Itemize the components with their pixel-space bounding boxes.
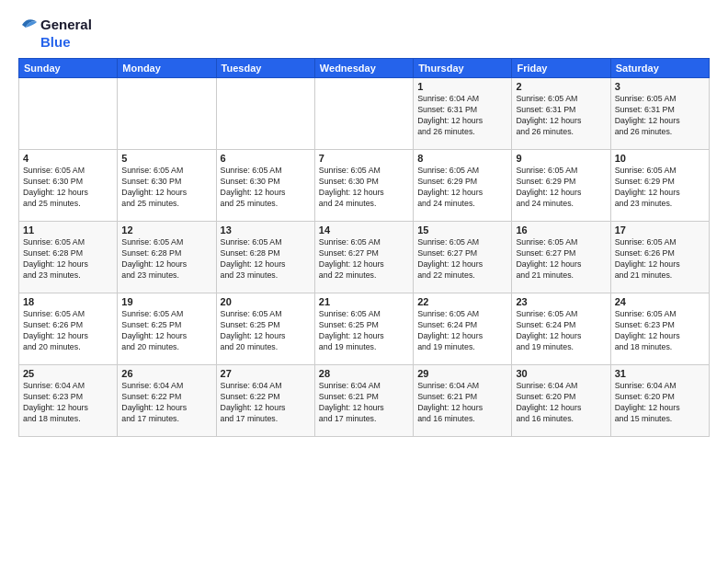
day-info: Sunrise: 6:05 AM Sunset: 6:28 PM Dayligh… bbox=[23, 236, 113, 282]
day-number: 9 bbox=[516, 153, 606, 164]
day-number: 23 bbox=[516, 296, 606, 307]
weekday-header: Monday bbox=[118, 58, 216, 77]
day-number: 14 bbox=[319, 224, 409, 236]
weekday-header: Wednesday bbox=[314, 58, 413, 77]
day-info: Sunrise: 6:05 AM Sunset: 6:27 PM Dayligh… bbox=[319, 236, 409, 282]
day-info: Sunrise: 6:05 AM Sunset: 6:23 PM Dayligh… bbox=[615, 308, 705, 353]
calendar-cell: 9Sunrise: 6:05 AM Sunset: 6:29 PM Daylig… bbox=[512, 149, 610, 221]
day-number: 30 bbox=[516, 368, 606, 379]
day-info: Sunrise: 6:04 AM Sunset: 6:21 PM Dayligh… bbox=[417, 380, 507, 425]
page: General Blue SundayMondayTuesdayWednesda… bbox=[0, 0, 728, 563]
weekday-header: Thursday bbox=[414, 58, 512, 77]
day-number: 31 bbox=[615, 368, 705, 379]
day-info: Sunrise: 6:04 AM Sunset: 6:22 PM Dayligh… bbox=[221, 380, 311, 425]
weekday-header: Saturday bbox=[610, 58, 709, 77]
day-info: Sunrise: 6:05 AM Sunset: 6:29 PM Dayligh… bbox=[516, 165, 606, 210]
day-info: Sunrise: 6:05 AM Sunset: 6:28 PM Dayligh… bbox=[221, 236, 311, 282]
day-number: 8 bbox=[417, 153, 507, 164]
day-number: 2 bbox=[516, 81, 606, 92]
logo: General Blue bbox=[18, 15, 92, 51]
day-number: 6 bbox=[221, 153, 311, 164]
calendar-cell: 15Sunrise: 6:05 AM Sunset: 6:27 PM Dayli… bbox=[414, 221, 512, 293]
day-number: 29 bbox=[417, 368, 507, 379]
day-info: Sunrise: 6:04 AM Sunset: 6:23 PM Dayligh… bbox=[23, 380, 113, 425]
calendar-week-row: 18Sunrise: 6:05 AM Sunset: 6:26 PM Dayli… bbox=[19, 293, 710, 364]
day-number: 10 bbox=[615, 153, 705, 164]
calendar-cell bbox=[118, 77, 216, 149]
logo-container: General Blue bbox=[18, 15, 92, 51]
day-number: 13 bbox=[221, 224, 311, 236]
calendar-cell: 29Sunrise: 6:04 AM Sunset: 6:21 PM Dayli… bbox=[414, 364, 512, 436]
logo-general: General bbox=[40, 17, 92, 33]
calendar-cell: 21Sunrise: 6:05 AM Sunset: 6:25 PM Dayli… bbox=[314, 293, 413, 364]
calendar-cell: 7Sunrise: 6:05 AM Sunset: 6:30 PM Daylig… bbox=[314, 149, 413, 221]
calendar-cell: 23Sunrise: 6:05 AM Sunset: 6:24 PM Dayli… bbox=[512, 293, 610, 364]
day-number: 11 bbox=[23, 224, 113, 236]
calendar-cell: 13Sunrise: 6:05 AM Sunset: 6:28 PM Dayli… bbox=[216, 221, 314, 293]
calendar-cell: 20Sunrise: 6:05 AM Sunset: 6:25 PM Dayli… bbox=[216, 293, 314, 364]
calendar-cell: 14Sunrise: 6:05 AM Sunset: 6:27 PM Dayli… bbox=[314, 221, 413, 293]
calendar-table: SundayMondayTuesdayWednesdayThursdayFrid… bbox=[18, 58, 710, 437]
day-number: 27 bbox=[221, 368, 311, 379]
calendar-cell: 18Sunrise: 6:05 AM Sunset: 6:26 PM Dayli… bbox=[19, 293, 118, 364]
calendar-cell: 5Sunrise: 6:05 AM Sunset: 6:30 PM Daylig… bbox=[118, 149, 216, 221]
weekday-header: Friday bbox=[512, 58, 610, 77]
day-number: 5 bbox=[121, 153, 211, 164]
logo-blue: Blue bbox=[40, 35, 92, 51]
day-number: 16 bbox=[516, 224, 606, 236]
day-info: Sunrise: 6:05 AM Sunset: 6:27 PM Dayligh… bbox=[516, 236, 606, 282]
calendar-week-row: 4Sunrise: 6:05 AM Sunset: 6:30 PM Daylig… bbox=[19, 149, 710, 221]
day-info: Sunrise: 6:05 AM Sunset: 6:26 PM Dayligh… bbox=[23, 308, 113, 353]
calendar-week-row: 11Sunrise: 6:05 AM Sunset: 6:28 PM Dayli… bbox=[19, 221, 710, 293]
day-info: Sunrise: 6:05 AM Sunset: 6:30 PM Dayligh… bbox=[221, 165, 311, 210]
day-info: Sunrise: 6:05 AM Sunset: 6:27 PM Dayligh… bbox=[417, 236, 507, 282]
calendar-cell: 28Sunrise: 6:04 AM Sunset: 6:21 PM Dayli… bbox=[314, 364, 413, 436]
day-number: 4 bbox=[23, 153, 113, 164]
day-info: Sunrise: 6:05 AM Sunset: 6:31 PM Dayligh… bbox=[615, 93, 705, 138]
weekday-header: Tuesday bbox=[216, 58, 314, 77]
day-number: 22 bbox=[417, 296, 507, 307]
calendar-cell bbox=[19, 77, 118, 149]
calendar-cell: 10Sunrise: 6:05 AM Sunset: 6:29 PM Dayli… bbox=[610, 149, 709, 221]
calendar-cell: 8Sunrise: 6:05 AM Sunset: 6:29 PM Daylig… bbox=[414, 149, 512, 221]
calendar-cell: 4Sunrise: 6:05 AM Sunset: 6:30 PM Daylig… bbox=[19, 149, 118, 221]
day-info: Sunrise: 6:04 AM Sunset: 6:21 PM Dayligh… bbox=[319, 380, 409, 425]
calendar-cell: 11Sunrise: 6:05 AM Sunset: 6:28 PM Dayli… bbox=[19, 221, 118, 293]
day-info: Sunrise: 6:05 AM Sunset: 6:28 PM Dayligh… bbox=[121, 236, 211, 282]
calendar-cell bbox=[314, 77, 413, 149]
calendar-cell: 16Sunrise: 6:05 AM Sunset: 6:27 PM Dayli… bbox=[512, 221, 610, 293]
day-info: Sunrise: 6:05 AM Sunset: 6:30 PM Dayligh… bbox=[319, 165, 409, 210]
day-info: Sunrise: 6:05 AM Sunset: 6:30 PM Dayligh… bbox=[121, 165, 211, 210]
day-info: Sunrise: 6:05 AM Sunset: 6:29 PM Dayligh… bbox=[615, 165, 705, 210]
day-info: Sunrise: 6:04 AM Sunset: 6:22 PM Dayligh… bbox=[121, 380, 211, 425]
day-number: 26 bbox=[121, 368, 211, 379]
day-number: 21 bbox=[319, 296, 409, 307]
day-number: 25 bbox=[23, 368, 113, 379]
day-info: Sunrise: 6:05 AM Sunset: 6:26 PM Dayligh… bbox=[615, 236, 705, 282]
calendar-cell: 25Sunrise: 6:04 AM Sunset: 6:23 PM Dayli… bbox=[19, 364, 118, 436]
calendar-cell: 6Sunrise: 6:05 AM Sunset: 6:30 PM Daylig… bbox=[216, 149, 314, 221]
calendar-cell: 22Sunrise: 6:05 AM Sunset: 6:24 PM Dayli… bbox=[414, 293, 512, 364]
day-number: 3 bbox=[615, 81, 705, 92]
calendar-cell: 27Sunrise: 6:04 AM Sunset: 6:22 PM Dayli… bbox=[216, 364, 314, 436]
day-number: 24 bbox=[615, 296, 705, 307]
day-number: 19 bbox=[121, 296, 211, 307]
calendar-cell: 12Sunrise: 6:05 AM Sunset: 6:28 PM Dayli… bbox=[118, 221, 216, 293]
calendar-cell: 2Sunrise: 6:05 AM Sunset: 6:31 PM Daylig… bbox=[512, 77, 610, 149]
calendar-cell: 26Sunrise: 6:04 AM Sunset: 6:22 PM Dayli… bbox=[118, 364, 216, 436]
day-info: Sunrise: 6:05 AM Sunset: 6:24 PM Dayligh… bbox=[417, 308, 507, 353]
calendar-cell: 24Sunrise: 6:05 AM Sunset: 6:23 PM Dayli… bbox=[610, 293, 709, 364]
calendar-cell: 3Sunrise: 6:05 AM Sunset: 6:31 PM Daylig… bbox=[610, 77, 709, 149]
calendar-header: SundayMondayTuesdayWednesdayThursdayFrid… bbox=[19, 58, 710, 77]
day-info: Sunrise: 6:05 AM Sunset: 6:29 PM Dayligh… bbox=[417, 165, 507, 210]
day-number: 1 bbox=[417, 81, 507, 92]
day-number: 7 bbox=[319, 153, 409, 164]
day-number: 17 bbox=[615, 224, 705, 236]
day-info: Sunrise: 6:05 AM Sunset: 6:25 PM Dayligh… bbox=[319, 308, 409, 353]
day-info: Sunrise: 6:04 AM Sunset: 6:20 PM Dayligh… bbox=[516, 380, 606, 425]
day-info: Sunrise: 6:04 AM Sunset: 6:20 PM Dayligh… bbox=[615, 380, 705, 425]
calendar-week-row: 1Sunrise: 6:04 AM Sunset: 6:31 PM Daylig… bbox=[19, 77, 710, 149]
header: General Blue bbox=[18, 15, 710, 51]
day-info: Sunrise: 6:05 AM Sunset: 6:25 PM Dayligh… bbox=[121, 308, 211, 353]
calendar-cell bbox=[216, 77, 314, 149]
